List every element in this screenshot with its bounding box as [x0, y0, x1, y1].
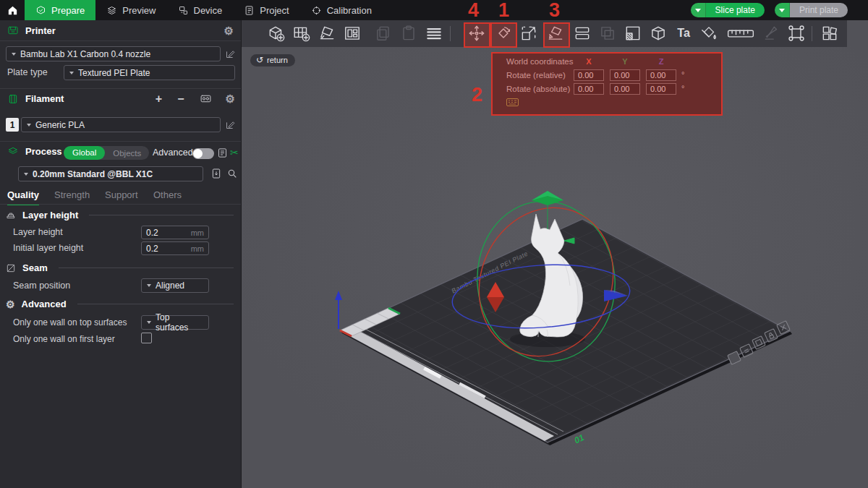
rotate-absolute-y-input[interactable] — [610, 83, 640, 95]
home-button[interactable] — [0, 0, 25, 20]
split-to-objects-button[interactable] — [571, 22, 593, 44]
layer-height-input[interactable] — [146, 228, 191, 238]
filament-index-badge[interactable]: 1 — [6, 118, 19, 132]
rotate-relative-x-input[interactable] — [574, 69, 604, 81]
plate-type-dropdown[interactable]: Textured PEI Plate — [64, 65, 235, 80]
add-plate-button[interactable] — [291, 22, 312, 44]
parameter-table-icon[interactable] — [217, 147, 228, 158]
toggle-knob — [193, 149, 203, 158]
slice-options-button[interactable] — [691, 3, 706, 17]
world-coordinates-panel: World coordinates X Y Z Rotate (relative… — [492, 53, 722, 115]
tab-device[interactable]: Device — [167, 0, 234, 20]
seam-group-header: Seam — [6, 262, 238, 273]
settings-sidebar: Printer ⚙ Bambu Lab X1 Carbon 0.4 nozzle… — [0, 20, 242, 488]
rotate-absolute-z-input[interactable] — [646, 83, 676, 95]
edit-printer-icon[interactable] — [225, 48, 236, 59]
degree-unit: ° — [681, 84, 684, 93]
arrange-button[interactable] — [341, 22, 363, 44]
layer-height-label: Layer height — [13, 227, 63, 237]
printer-section-header: Printer ⚙ — [7, 25, 234, 36]
add-object-icon — [267, 24, 286, 43]
ams-filament-icon[interactable] — [200, 93, 212, 105]
tab-support[interactable]: Support — [105, 189, 138, 200]
keyboard-hint-icon[interactable] — [506, 98, 519, 106]
add-object-button[interactable] — [265, 22, 287, 44]
assemble-puzzle-icon — [820, 24, 839, 43]
plate-number-marker[interactable]: 01 — [574, 432, 585, 446]
print-options-button[interactable] — [775, 3, 790, 17]
tab-prepare[interactable]: Prepare — [25, 0, 95, 20]
z-axis-arrowhead — [335, 291, 342, 300]
rotate-absolute-label: Rotate (absolute) — [506, 85, 570, 93]
object-list-icon — [425, 24, 443, 43]
initial-layer-height-field[interactable]: mm — [141, 241, 209, 255]
process-preset-dropdown[interactable]: 0.20mm Standard @BBL X1C — [18, 166, 203, 181]
print-plate-button[interactable]: Print plate — [790, 3, 848, 17]
one-wall-first-layer-checkbox[interactable] — [141, 333, 152, 343]
color-paint-button[interactable] — [698, 22, 720, 44]
rotate-relative-y-input[interactable] — [610, 69, 640, 81]
auto-orient-icon — [318, 24, 336, 43]
tab-label: Calibration — [327, 5, 372, 16]
advanced-mode-toggle[interactable] — [192, 148, 214, 159]
paste-button[interactable] — [398, 22, 420, 44]
tab-calibration[interactable]: Calibration — [300, 0, 383, 20]
scope-global-button[interactable]: Global — [64, 146, 105, 160]
printer-preset-dropdown[interactable]: Bambu Lab X1 Carbon 0.4 nozzle — [6, 46, 221, 61]
degree-unit: ° — [681, 70, 684, 79]
layer-height-field[interactable]: mm — [141, 226, 209, 239]
filament-settings-gear-icon[interactable]: ⚙ — [226, 93, 235, 104]
one-wall-top-dropdown[interactable]: Top surfaces — [141, 315, 209, 330]
rotate-tool-button[interactable] — [493, 22, 514, 44]
color-paint-icon — [699, 24, 718, 43]
add-filament-button[interactable]: + — [156, 93, 162, 105]
slice-plate-button[interactable]: Slice plate — [706, 3, 765, 17]
remove-filament-button[interactable]: − — [177, 93, 184, 105]
copy-button[interactable] — [373, 22, 394, 44]
auto-orient-button[interactable] — [316, 22, 338, 44]
mesh-boolean-button[interactable] — [647, 22, 669, 44]
measure-button[interactable] — [725, 22, 757, 44]
seam-position-dropdown[interactable]: Aligned — [141, 278, 209, 293]
layer-height-group-header: Layer height — [6, 210, 238, 221]
object-list-button[interactable] — [423, 22, 445, 44]
return-button[interactable]: ↺ return — [250, 54, 295, 67]
save-preset-icon[interactable] — [210, 168, 222, 179]
rotate-tool-icon — [494, 24, 513, 43]
seam-paint-button[interactable] — [761, 22, 783, 44]
tab-others[interactable]: Others — [153, 189, 182, 200]
printer-settings-gear-icon[interactable]: ⚙ — [224, 25, 234, 36]
measure-icon — [726, 24, 755, 43]
tab-quality[interactable]: Quality — [7, 189, 39, 200]
toolbar-separator — [812, 26, 812, 41]
rotate-absolute-x-input[interactable] — [574, 83, 604, 95]
process-icon — [7, 145, 19, 157]
assembly-view-button[interactable] — [786, 22, 807, 44]
scale-tool-button[interactable] — [518, 22, 540, 44]
divider — [59, 267, 234, 268]
initial-layer-height-input[interactable] — [146, 244, 191, 254]
divider — [89, 215, 234, 215]
scope-objects-button[interactable]: Objects — [105, 149, 149, 158]
toolbar-separator — [450, 26, 451, 41]
move-tool-button[interactable] — [466, 22, 488, 44]
lay-on-face-button[interactable] — [545, 22, 566, 44]
edit-filament-icon[interactable] — [225, 119, 236, 130]
text-tool-button[interactable]: Ta — [673, 22, 694, 44]
split-to-parts-button[interactable] — [597, 22, 618, 44]
prepare-icon — [35, 5, 46, 16]
rotate-relative-label: Rotate (relative) — [506, 71, 566, 80]
filament-preset-dropdown[interactable]: Generic PLA — [21, 117, 221, 132]
rotate-relative-z-input[interactable] — [646, 69, 676, 81]
tab-preview[interactable]: Preview — [95, 0, 166, 20]
variable-layer-height-button[interactable] — [622, 22, 644, 44]
tab-project[interactable]: Project — [233, 0, 299, 20]
assemble-button[interactable] — [819, 22, 841, 44]
mesh-boolean-icon — [649, 24, 668, 43]
tab-strength[interactable]: Strength — [54, 189, 90, 200]
variable-layer-height-icon — [624, 24, 642, 43]
move-tool-icon — [467, 24, 486, 43]
scissors-icon[interactable]: ✂ — [230, 147, 239, 158]
search-icon[interactable] — [226, 168, 238, 179]
print-plate-split-button: Print plate — [775, 3, 848, 17]
